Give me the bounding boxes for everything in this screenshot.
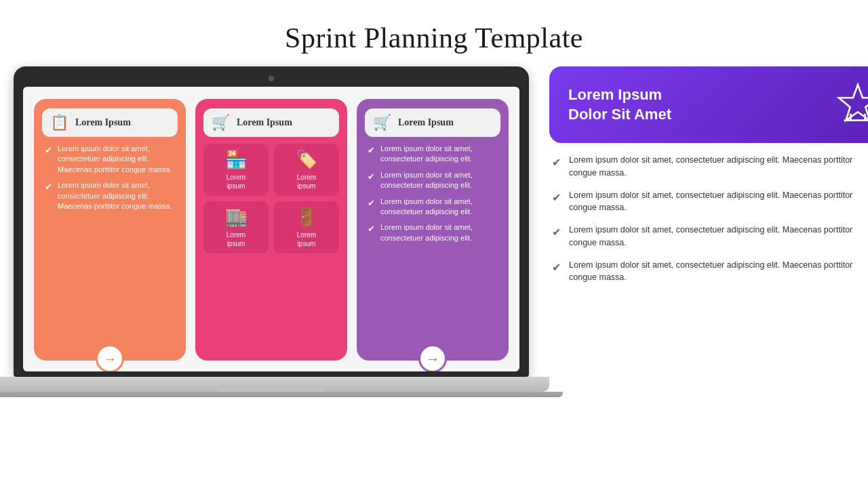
grid-label-1: Loremipsum — [226, 173, 245, 190]
laptop-foot — [0, 392, 563, 397]
check-icon: ✔ — [368, 223, 375, 235]
check-icon: ✔ — [368, 144, 375, 157]
check-icon: ✔ — [552, 190, 561, 206]
bullet-text: Lorem ipsum dolor sit amet, consectetuer… — [569, 259, 868, 285]
star-icon-container — [834, 80, 868, 130]
list-item: ✔ Lorem ipsum dolor sit amet, consectetu… — [368, 222, 498, 243]
card-pink: 🛒 Lorem Ipsum 🏪 Loremipsum 🏷️ Loremipsum — [195, 99, 347, 361]
card1-header: 📋 Lorem Ipsum — [42, 108, 178, 137]
bullet-text: Lorem ipsum dolor sit amet, consectetuer… — [380, 144, 498, 165]
list-item: ✔ Lorem ipsum dolor sit amet, consectetu… — [45, 144, 175, 175]
store-icon-1: 🏪 — [225, 149, 247, 170]
list-item: ✔ Lorem ipsum dolor sit amet, consectetu… — [368, 170, 498, 191]
check-icon: ✔ — [45, 181, 52, 193]
card-purple: 🛒 Lorem Ipsum ✔ Lorem ipsum dolor sit am… — [357, 99, 509, 361]
grid-label-2: Loremipsum — [297, 173, 316, 190]
right-bullet-list: ✔ Lorem ipsum dolor sit amet, consectetu… — [549, 154, 868, 284]
card3-bullet-list: ✔ Lorem ipsum dolor sit amet, consectetu… — [365, 144, 500, 243]
bullet-text: Lorem ipsum dolor sit amet, consectetuer… — [569, 189, 868, 215]
card2-title: Lorem Ipsum — [237, 117, 292, 128]
grid-item-4: 🚪 Loremipsum — [274, 201, 339, 253]
open-icon: 🏬 — [225, 207, 247, 228]
bullet-text: Lorem ipsum dolor sit amet, consectetuer… — [380, 222, 498, 243]
grid-label-3: Loremipsum — [226, 230, 245, 248]
close-icon: 🚪 — [296, 207, 317, 228]
list-item: ✔ Lorem ipsum dolor sit amet, consectetu… — [368, 144, 498, 165]
laptop-camera — [269, 76, 274, 81]
check-icon: ✔ — [552, 224, 561, 241]
check-icon: ✔ — [552, 260, 561, 276]
laptop-screen-outer: 📋 Lorem Ipsum ✔ Lorem ipsum dolor sit am… — [14, 66, 529, 377]
list-item: ✔ Lorem ipsum dolor sit amet, consectetu… — [368, 197, 498, 218]
check-icon: ✔ — [45, 144, 52, 157]
card3-arrow-button[interactable]: → — [418, 344, 447, 371]
card2-icon: 🛒 — [212, 114, 230, 131]
sale-icon: 🏷️ — [296, 149, 317, 170]
list-item: ✔ Lorem ipsum dolor sit amet, consectetu… — [552, 224, 868, 249]
grid-item-2: 🏷️ Loremipsum — [274, 144, 339, 196]
purple-banner: Lorem Ipsum Dolor Sit Amet — [549, 66, 868, 143]
bullet-text: Lorem ipsum dolor sit amet, consectetuer… — [569, 154, 868, 180]
banner-line1: Lorem Ipsum — [568, 85, 671, 105]
bullet-text: Lorem ipsum dolor sit amet, consectetuer… — [380, 170, 498, 191]
star-icon — [834, 80, 868, 127]
bullet-text: Lorem ipsum dolor sit amet, consectetuer… — [380, 197, 498, 218]
card2-grid: 🏪 Loremipsum 🏷️ Loremipsum 🏬 Loremipsum — [203, 144, 339, 253]
card3-header: 🛒 Lorem Ipsum — [365, 108, 500, 137]
card3-icon: 🛒 — [373, 114, 391, 131]
card1-icon: 📋 — [50, 114, 68, 131]
check-icon: ✔ — [368, 171, 375, 183]
laptop-base — [0, 377, 549, 392]
banner-line2: Dolor Sit Amet — [568, 105, 671, 125]
bullet-text: Lorem ipsum dolor sit amet, consectetuer… — [569, 224, 868, 249]
check-icon: ✔ — [368, 197, 375, 209]
list-item: ✔ Lorem ipsum dolor sit amet, consectetu… — [552, 154, 868, 180]
page-title: Sprint Planning Template — [0, 0, 868, 66]
laptop-screen-inner: 📋 Lorem Ipsum ✔ Lorem ipsum dolor sit am… — [23, 87, 519, 371]
card2-header: 🛒 Lorem Ipsum — [203, 108, 339, 137]
arrow-right-icon: → — [103, 351, 117, 367]
grid-label-4: Loremipsum — [297, 230, 316, 248]
card-orange: 📋 Lorem Ipsum ✔ Lorem ipsum dolor sit am… — [34, 99, 186, 361]
svg-marker-0 — [839, 85, 868, 121]
grid-item-1: 🏪 Loremipsum — [203, 144, 269, 196]
list-item: ✔ Lorem ipsum dolor sit amet, consectetu… — [552, 259, 868, 285]
list-item: ✔ Lorem ipsum dolor sit amet, consectetu… — [552, 189, 868, 215]
list-item: ✔ Lorem ipsum dolor sit amet, consectetu… — [45, 180, 175, 211]
card1-bullet-list: ✔ Lorem ipsum dolor sit amet, consectetu… — [42, 144, 178, 211]
right-panel: Lorem Ipsum Dolor Sit Amet ✔ Lorem ipsum… — [542, 66, 868, 284]
grid-item-3: 🏬 Loremipsum — [203, 201, 269, 253]
card1-title: Lorem Ipsum — [75, 117, 131, 128]
laptop-display: 📋 Lorem Ipsum ✔ Lorem ipsum dolor sit am… — [0, 66, 542, 397]
bullet-text: Lorem ipsum dolor sit amet, consectetuer… — [58, 180, 175, 211]
card1-arrow-button[interactable]: → — [96, 344, 124, 371]
banner-text: Lorem Ipsum Dolor Sit Amet — [568, 85, 671, 124]
bullet-text: Lorem ipsum dolor sit amet, consectetuer… — [58, 144, 175, 175]
arrow-right-icon: → — [426, 351, 439, 367]
card3-title: Lorem Ipsum — [398, 117, 454, 128]
check-icon: ✔ — [552, 155, 561, 171]
